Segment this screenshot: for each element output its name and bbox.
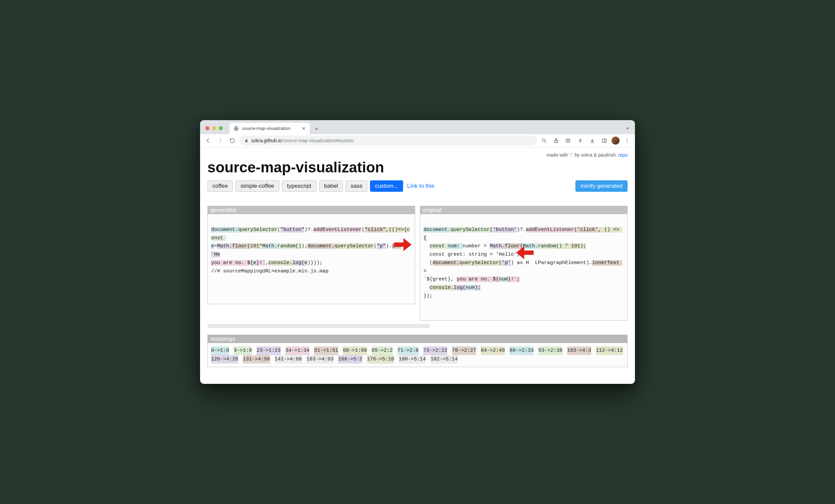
tabs-menu-icon[interactable]	[625, 125, 630, 131]
mapping-entry[interactable]: 126->4:26	[211, 355, 238, 364]
generated-header: generated	[208, 206, 415, 214]
mapping-entry[interactable]: 131->4:56	[243, 355, 270, 364]
svg-point-4	[627, 139, 627, 139]
back-button[interactable]	[203, 136, 213, 145]
mapping-entry[interactable]: 168->5:2	[338, 355, 362, 364]
tab-strip: source-map-visualization ✕ ＋	[200, 120, 635, 134]
globe-icon	[233, 126, 239, 131]
mappings-header: mappings	[208, 335, 627, 343]
example-sass[interactable]: sass	[346, 180, 367, 192]
example-typescript[interactable]: typescript	[282, 180, 317, 192]
browser-tab[interactable]: source-map-visualization ✕	[229, 123, 310, 134]
mappings-panel: mappings 0->1:09->1:923->1:2334->1:3451-…	[207, 335, 628, 367]
search-icon[interactable]	[539, 136, 549, 145]
mapping-entry[interactable]: 65->2:2	[372, 346, 393, 355]
downloads-icon[interactable]	[587, 136, 597, 145]
share-icon[interactable]	[551, 136, 561, 145]
svg-point-1	[542, 139, 545, 142]
new-tab-button[interactable]: ＋	[312, 124, 321, 133]
generated-code[interactable]: document.querySelector("button")?.addEve…	[208, 214, 415, 304]
mapping-entry[interactable]: 88->2:33	[509, 346, 534, 355]
bookmark-icon[interactable]	[563, 136, 573, 145]
mapping-entry[interactable]: 103->4:3	[567, 346, 591, 355]
mapping-entry[interactable]: 9->1:9	[234, 346, 252, 355]
minimize-window-icon[interactable]	[212, 126, 216, 130]
link-to-this[interactable]: Link to this	[407, 183, 434, 189]
close-window-icon[interactable]	[205, 126, 209, 130]
lock-icon	[244, 139, 248, 143]
generated-panel: generated document.querySelector("button…	[207, 206, 415, 304]
credit-line: made with ♡ by sokra & paulirish. repo	[207, 152, 628, 158]
original-panel: original document.querySelector('button'…	[420, 206, 628, 321]
svg-rect-3	[602, 139, 606, 142]
mapping-entry[interactable]: 78->2:27	[452, 346, 476, 355]
mapping-entry[interactable]: 141->4:68	[274, 355, 302, 364]
tab-title: source-map-visualization	[242, 126, 290, 131]
reload-button[interactable]	[227, 136, 237, 145]
original-header: original	[420, 206, 627, 214]
original-code[interactable]: document.querySelector('button')?.addEve…	[420, 214, 627, 320]
mapping-entry[interactable]: 84->2:49	[481, 346, 505, 355]
menu-icon[interactable]	[622, 136, 632, 145]
example-coffee[interactable]: coffee	[207, 180, 233, 192]
example-custom[interactable]: custom...	[370, 180, 403, 192]
mapping-entry[interactable]: 34->1:34	[285, 346, 309, 355]
mapping-entry[interactable]: 23->1:23	[257, 346, 281, 355]
profile-avatar[interactable]	[612, 137, 619, 145]
forward-button[interactable]	[216, 136, 225, 145]
example-babel[interactable]: babel	[319, 180, 343, 192]
side-panel-icon[interactable]	[599, 136, 609, 145]
page-content: made with ♡ by sokra & paulirish. repo s…	[200, 147, 635, 384]
example-buttons: coffee simple-coffee typescript babel sa…	[207, 180, 628, 192]
mapping-entry[interactable]: 163->4:93	[306, 355, 333, 364]
svg-point-5	[627, 140, 627, 141]
page-title: source-map-visualization	[207, 159, 628, 176]
browser-toolbar: sokra.github.io/source-map-visualization…	[200, 134, 635, 147]
address-bar[interactable]: sokra.github.io/source-map-visualization…	[240, 136, 536, 146]
mapping-entry[interactable]: 0->1:0	[211, 346, 229, 355]
repo-link[interactable]: repo	[618, 152, 628, 158]
mappings-list[interactable]: 0->1:09->1:923->1:2334->1:3451->1:5160->…	[208, 343, 627, 367]
heart-icon: ♡	[569, 152, 573, 158]
mapping-entry[interactable]: 182->5:14	[430, 355, 457, 364]
horizontal-scrollbar[interactable]	[207, 324, 430, 328]
minify-generated-button[interactable]: minify generated	[575, 180, 628, 192]
maximize-window-icon[interactable]	[219, 126, 223, 130]
mapping-entry[interactable]: 180->5:14	[399, 355, 426, 364]
svg-point-6	[627, 142, 627, 143]
extensions-icon[interactable]	[575, 136, 585, 145]
mapping-entry[interactable]: 71->2:8	[398, 346, 419, 355]
mapping-entry[interactable]: 176->5:10	[367, 355, 394, 364]
mapping-entry[interactable]: 60->1:60	[343, 346, 367, 355]
window-controls	[205, 126, 223, 130]
browser-window: source-map-visualization ✕ ＋ sokra.githu…	[200, 120, 635, 384]
example-simple-coffee[interactable]: simple-coffee	[236, 180, 279, 192]
close-tab-icon[interactable]: ✕	[301, 126, 306, 131]
mapping-entry[interactable]: 93->2:38	[538, 346, 562, 355]
url-text: sokra.github.io/source-map-visualization…	[251, 138, 354, 143]
mapping-entry[interactable]: 112->4:12	[596, 346, 623, 355]
mapping-entry[interactable]: 51->1:51	[314, 346, 338, 355]
mapping-entry[interactable]: 73->2:22	[423, 346, 447, 355]
